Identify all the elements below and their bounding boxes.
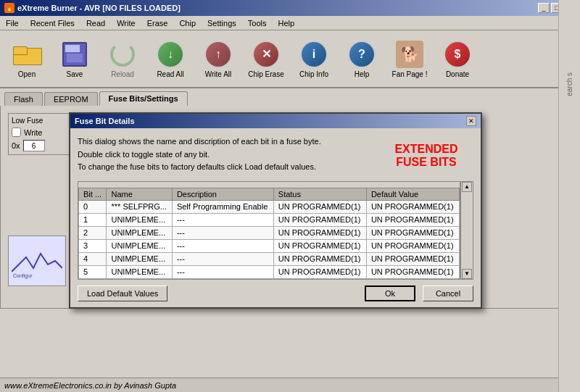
fan-page-label: Fan Page ! xyxy=(392,70,428,78)
col-status: Status xyxy=(273,188,366,200)
open-button[interactable]: Open xyxy=(4,34,49,83)
folder-icon xyxy=(13,43,41,65)
modal-desc-line1: This dialog shows the name and discripti… xyxy=(78,135,372,149)
menu-help[interactable]: Help xyxy=(275,18,297,28)
hex-prefix: 0x xyxy=(12,141,20,150)
table-row[interactable]: 3 UNIMPLEME... --- UN PROGRAMMED(1) UN P… xyxy=(79,239,460,252)
reload-button[interactable]: Reload xyxy=(100,34,145,83)
menu-settings[interactable]: Settings xyxy=(204,18,239,28)
table-row[interactable]: 2 UNIMPLEME... --- UN PROGRAMMED(1) UN P… xyxy=(79,226,460,239)
cell-status: UN PROGRAMMED(1) xyxy=(273,239,366,252)
save-button[interactable]: Save xyxy=(52,34,97,83)
donate-button[interactable]: $ Donate xyxy=(435,34,480,83)
low-fuse-title: Low Fuse xyxy=(12,117,77,125)
bottom-text: www.eXtremeElectronics.co.in by Avinash … xyxy=(4,381,176,390)
fuse-table-scroll: Bit ... Name Description Status Default … xyxy=(78,181,460,280)
write-checkbox-row: Write xyxy=(12,128,77,137)
modal-title: Fuse Bit Details xyxy=(75,117,135,125)
modal-desc-line2: Double click to toggle state of any bit. xyxy=(78,149,372,162)
help-circle-icon: ? xyxy=(348,41,376,68)
app-icon: 🔥 xyxy=(4,3,14,13)
read-all-label: Read All xyxy=(157,70,183,78)
tab-flash[interactable]: Flash xyxy=(4,92,43,106)
table-row[interactable]: 4 UNIMPLEME... --- UN PROGRAMMED(1) UN P… xyxy=(79,252,460,265)
menu-read[interactable]: Read xyxy=(83,18,108,28)
load-defaults-button[interactable]: Load Default Values xyxy=(78,285,167,301)
menu-recent-files[interactable]: Recent Files xyxy=(28,18,78,28)
cell-desc: --- xyxy=(172,239,273,252)
menu-erase[interactable]: Erase xyxy=(144,18,171,28)
help-button[interactable]: ? Help xyxy=(339,34,384,83)
chip-info-icon: i xyxy=(299,40,328,69)
cell-default: UN PROGRAMMED(1) xyxy=(366,252,459,265)
menu-tools[interactable]: Tools xyxy=(245,18,270,28)
fuse-bit-details-modal[interactable]: Fuse Bit Details ✕ This dialog shows the… xyxy=(69,112,482,309)
donate-icon: $ xyxy=(443,40,472,69)
cell-default: UN PROGRAMMED(1) xyxy=(366,265,459,278)
col-bit: Bit ... xyxy=(79,188,107,200)
modal-desc-line3: To change the fuse bits to factory defau… xyxy=(78,161,372,174)
fan-page-button[interactable]: 🐕 Fan Page ! xyxy=(387,34,432,83)
cell-bit: 4 xyxy=(79,252,107,265)
ok-button[interactable]: Ok xyxy=(365,285,415,301)
table-container: Bit ... Name Description Status Default … xyxy=(70,181,481,280)
col-name: Name xyxy=(107,188,172,200)
col-default: Default Value xyxy=(366,188,459,200)
chip-erase-circle-icon: ✕ xyxy=(252,41,280,68)
write-all-icon: ↑ xyxy=(204,40,233,69)
cell-default: UN PROGRAMMED(1) xyxy=(366,226,459,239)
cell-status: UN PROGRAMMED(1) xyxy=(273,265,366,278)
write-all-button[interactable]: ↑ Write All xyxy=(196,34,241,83)
cell-name: UNIMPLEME... xyxy=(107,239,172,252)
table-row[interactable]: 0 *** SELFPRG... Self Programming Enable… xyxy=(79,200,460,213)
tab-fuse-bits[interactable]: Fuse Bits/Settings xyxy=(99,91,188,106)
reload-arrow-icon xyxy=(110,42,135,67)
open-icon xyxy=(12,40,41,69)
table-row[interactable]: 1 UNIMPLEME... --- UN PROGRAMMED(1) UN P… xyxy=(79,213,460,226)
cell-bit: 5 xyxy=(79,265,107,278)
table-row[interactable]: 5 UNIMPLEME... --- UN PROGRAMMED(1) UN P… xyxy=(79,265,460,278)
reload-label: Reload xyxy=(111,70,134,78)
menu-file[interactable]: File xyxy=(3,18,22,28)
modal-description: This dialog shows the name and discripti… xyxy=(78,135,372,174)
modal-footer: Load Default Values Ok Cancel xyxy=(70,280,481,307)
modal-title-bar: Fuse Bit Details ✕ xyxy=(70,114,481,128)
toolbar: Open Save Reload ↓ Read All ↑ Write All … xyxy=(0,30,580,88)
cell-desc: --- xyxy=(172,265,273,278)
cancel-button[interactable]: Cancel xyxy=(423,285,473,301)
dog-icon: 🐕 xyxy=(396,41,423,68)
config-wave-svg: Configur AVR Cloc xyxy=(12,243,62,279)
chip-erase-button[interactable]: ✕ Chip Erase xyxy=(244,34,289,83)
menu-chip[interactable]: Chip xyxy=(176,18,199,28)
chip-info-button[interactable]: i Chip Info xyxy=(291,34,336,83)
help-icon: ? xyxy=(347,40,376,69)
cell-default: UN PROGRAMMED(1) xyxy=(366,239,459,252)
donate-label: Donate xyxy=(446,70,469,78)
read-all-button[interactable]: ↓ Read All xyxy=(148,34,193,83)
table-header-row: Bit ... Name Description Status Default … xyxy=(79,188,460,200)
hex-input[interactable] xyxy=(23,140,45,151)
write-label: Write xyxy=(24,128,42,137)
chip-info-circle-icon: i xyxy=(300,41,328,68)
cell-name: *** SELFPRG... xyxy=(107,200,172,213)
donate-circle-icon: $ xyxy=(444,41,471,68)
cell-status: UN PROGRAMMED(1) xyxy=(273,200,366,213)
config-thumbnail: Configur AVR Cloc xyxy=(8,235,66,286)
cell-desc: Self Programming Enable xyxy=(172,200,273,213)
scroll-up-arrow[interactable]: ▲ xyxy=(462,182,472,192)
save-icon xyxy=(60,40,89,69)
chip-erase-label: Chip Erase xyxy=(248,70,283,78)
cell-desc: --- xyxy=(172,213,273,226)
scroll-down-arrow[interactable]: ▼ xyxy=(462,269,472,279)
cell-bit: 2 xyxy=(79,226,107,239)
modal-body: This dialog shows the name and discripti… xyxy=(70,128,481,181)
fuse-table: Bit ... Name Description Status Default … xyxy=(78,188,460,279)
tab-eeprom[interactable]: EEPROM xyxy=(44,92,98,106)
chip-erase-icon: ✕ xyxy=(252,40,281,69)
tabs-area: Flash EEPROM Fuse Bits/Settings xyxy=(0,88,580,106)
table-scrollbar[interactable]: ▲ ▼ xyxy=(460,181,473,280)
write-checkbox[interactable] xyxy=(12,128,21,137)
modal-close-button[interactable]: ✕ xyxy=(466,116,476,126)
menu-write[interactable]: Write xyxy=(114,18,138,28)
minimize-button[interactable]: _ xyxy=(538,3,550,13)
